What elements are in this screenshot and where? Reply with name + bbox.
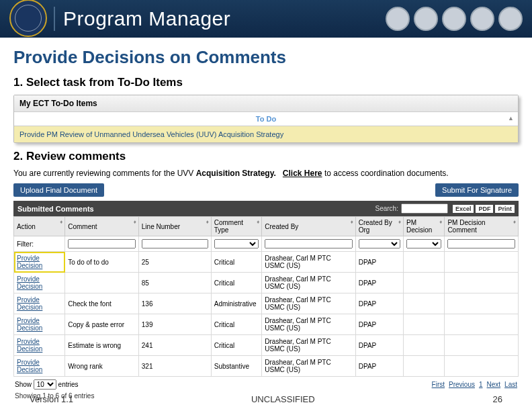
sort-icon: ♦ [134, 219, 136, 225]
cell-pm [404, 293, 445, 314]
cell-comment: To do of to do [65, 252, 139, 273]
cell-comment: Estimate is wrong [65, 335, 139, 356]
todo-task-row[interactable]: Provide PM Review of Unmanned Undersea V… [14, 126, 518, 142]
cell-line: 85 [138, 273, 211, 293]
table-row: Provide DecisionCopy & paste error139Cri… [14, 314, 519, 335]
search-input[interactable] [401, 203, 448, 214]
filter-createdby[interactable] [265, 239, 352, 248]
filter-line[interactable] [142, 239, 208, 248]
cell-comment: Check the font [65, 293, 139, 314]
page-size-select[interactable]: 10 [34, 379, 56, 390]
cell-pm [404, 335, 445, 356]
pager-next[interactable]: Next [487, 381, 501, 388]
filter-pmdecision[interactable] [406, 239, 441, 248]
review-context: You are currently reviewing comments for… [13, 169, 519, 178]
pager-first[interactable]: First [432, 381, 445, 388]
review-docname: Acquisition Strategy. [196, 169, 276, 178]
column-header[interactable]: Comment♦ [65, 217, 139, 236]
export-pdf-button[interactable]: PDF [476, 205, 493, 213]
service-seal-icon [386, 7, 410, 31]
cell-pm [404, 273, 445, 293]
pager-last[interactable]: Last [504, 381, 517, 388]
column-header[interactable]: Comment Type♦ [211, 217, 262, 236]
slide-title: Provide Decisions on Comments [13, 47, 519, 68]
cell-type: Critical [211, 273, 262, 293]
todo-panel: My ECT To-Do Items To Do Provide PM Revi… [13, 95, 519, 143]
sort-icon: ♦ [351, 219, 353, 225]
provide-decision-link[interactable]: Provide Decision [17, 275, 42, 290]
cell-comment [65, 273, 139, 293]
cell-pmc [445, 293, 519, 314]
provide-decision-link[interactable]: Provide Decision [17, 317, 42, 332]
column-header[interactable]: Line Number♦ [138, 217, 211, 236]
click-here-link[interactable]: Click Here [283, 169, 322, 178]
filter-label: Filter: [14, 236, 65, 252]
cell-org: DPAP [355, 356, 403, 377]
review-prefix: You are currently reviewing comments for… [13, 169, 196, 178]
sort-icon: ♦ [513, 219, 516, 225]
column-header[interactable]: Created By Org♦ [355, 217, 403, 236]
cell-line: 139 [138, 314, 211, 335]
upload-final-document-button[interactable]: Upload Final Document [13, 183, 104, 197]
cell-comment: Copy & paste error [65, 314, 139, 335]
pager-page[interactable]: 1 [479, 381, 483, 388]
step-1-heading: 1. Select task from To-Do Items [13, 76, 519, 89]
filter-type[interactable] [214, 239, 259, 248]
dod-seal-icon [9, 0, 47, 37]
cell-org: DPAP [355, 273, 403, 293]
column-header[interactable]: PM Decision Comment♦ [445, 217, 519, 236]
cell-type: Critical [211, 335, 262, 356]
export-excel-button[interactable]: Excel [453, 205, 474, 213]
submitted-comments-label: Submitted Comments [17, 205, 94, 213]
submit-for-signature-button[interactable]: Submit For Signature [435, 183, 519, 197]
cell-type: Critical [211, 314, 262, 335]
provide-decision-link[interactable]: Provide Decision [17, 338, 42, 353]
cell-createdby: Drashear, Carl M PTC USMC (US) [262, 252, 355, 273]
table-row: Provide DecisionWrong rank321Substantive… [14, 356, 519, 377]
column-header[interactable]: Created By♦ [262, 217, 355, 236]
cell-createdby: Drashear, Carl M PTC USMC (US) [262, 314, 355, 335]
filter-pmcomment[interactable] [447, 239, 515, 248]
pager-prev[interactable]: Previous [449, 381, 475, 388]
column-header[interactable]: Action♦ [14, 217, 65, 236]
table-row: Provide DecisionEstimate is wrong241Crit… [14, 335, 519, 356]
comments-table: Action♦Comment♦Line Number♦Comment Type♦… [13, 216, 519, 377]
sort-icon: ♦ [439, 219, 442, 225]
provide-decision-link[interactable]: Provide Decision [17, 255, 42, 269]
filter-org[interactable] [359, 239, 400, 248]
cell-createdby: Drashear, Carl M PTC USMC (US) [262, 335, 355, 356]
cell-pm [404, 252, 445, 273]
slide-footer: Version 1.1 UNCLASSIFIED 26 [0, 394, 532, 404]
search-label: Search: [375, 205, 398, 212]
cell-line: 25 [138, 252, 211, 273]
version-label: Version 1.1 [30, 394, 73, 404]
export-print-button[interactable]: Print [495, 205, 515, 213]
table-row: Provide Decision85CriticalDrashear, Carl… [14, 273, 519, 293]
cell-createdby: Drashear, Carl M PTC USMC (US) [262, 273, 355, 293]
service-seal-icon [442, 7, 466, 31]
todo-panel-title: My ECT To-Do Items [14, 95, 518, 112]
cell-createdby: Drashear, Carl M PTC USMC (US) [262, 356, 355, 377]
cell-type: Administrative [211, 293, 262, 314]
submitted-comments-bar: Submitted Comments Search: Excel PDF Pri… [13, 201, 519, 216]
service-seals [386, 7, 523, 31]
service-seal-icon [414, 7, 438, 31]
cell-line: 136 [138, 293, 211, 314]
column-header[interactable]: PM Decision♦ [404, 217, 445, 236]
cell-pmc [445, 273, 519, 293]
header-band: Program Manager [0, 0, 532, 38]
cell-org: DPAP [355, 293, 403, 314]
filter-comment[interactable] [68, 239, 136, 248]
step-2-heading: 2. Review comments [13, 150, 519, 163]
provide-decision-link[interactable]: Provide Decision [17, 359, 42, 373]
pager: First Previous 1 Next Last [432, 381, 517, 388]
provide-decision-link[interactable]: Provide Decision [17, 296, 42, 311]
cell-pmc [445, 314, 519, 335]
entries-label: entries [58, 381, 79, 388]
todo-column-header[interactable]: To Do [14, 112, 518, 126]
sort-icon: ♦ [398, 219, 401, 225]
cell-type: Substantive [211, 356, 262, 377]
show-label: Show [15, 381, 32, 388]
sort-icon: ♦ [257, 219, 259, 225]
cell-pm [404, 356, 445, 377]
